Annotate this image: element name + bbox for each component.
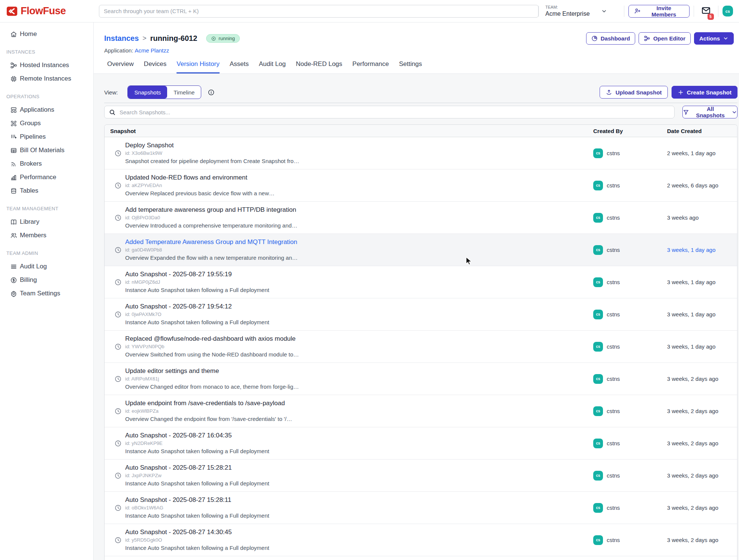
- snapshot-description: Overview Expanded the flow with a new te…: [125, 254, 298, 262]
- snapshot-row[interactable]: Auto Snapshot - 2025-08-27 14:30:45 id: …: [105, 524, 737, 556]
- date-created: 3 weeks, 2 days ago: [667, 395, 737, 427]
- breadcrumb: Instances > running-6012 running: [104, 34, 240, 43]
- status-text: running: [218, 36, 235, 41]
- snapshot-description: Snapshot created for pipeline deployment…: [125, 157, 299, 165]
- tab-performance[interactable]: Performance: [352, 60, 389, 73]
- sidebar-item-hosted-instances[interactable]: Hosted Instances: [0, 58, 93, 72]
- library-icon: [10, 219, 17, 226]
- snapshot-row[interactable]: Deploy Snapshot id: X3o6Bw1k9W Snapshot …: [105, 137, 737, 169]
- sidebar-item-groups[interactable]: Groups: [0, 117, 93, 130]
- view-label: View:: [104, 89, 118, 96]
- snapshot-title[interactable]: Update editor settings and theme: [125, 367, 299, 375]
- created-by-name: cstns: [607, 472, 620, 479]
- sidebar-item-library[interactable]: Library: [0, 215, 93, 229]
- snapshot-title[interactable]: Replaced @flowfuse/node-red-dashboard wi…: [125, 335, 299, 343]
- snapshot-search-input[interactable]: [104, 106, 675, 118]
- created-by-name: cstns: [607, 408, 620, 414]
- sidebar-item-team-settings[interactable]: Team Settings: [0, 287, 93, 300]
- sidebar-item-label: Tables: [20, 187, 38, 195]
- snapshot-row[interactable]: Update editor settings and theme id: AlR…: [105, 363, 737, 395]
- sidebar-item-performance[interactable]: Performance: [0, 171, 93, 184]
- clock-icon: [114, 375, 122, 383]
- notifications-button[interactable]: 5: [701, 6, 711, 17]
- sidebar-item-members[interactable]: Members: [0, 229, 93, 242]
- search-icon: [109, 109, 116, 116]
- clock-icon: [114, 214, 122, 222]
- tab-node-red-logs[interactable]: Node-RED Logs: [296, 60, 343, 73]
- snapshot-title[interactable]: Update endpoint from /save-credentials t…: [125, 399, 292, 407]
- sidebar-item-billing[interactable]: Billing: [0, 273, 93, 287]
- snapshot-title[interactable]: Updated Node-RED flows and environment: [125, 174, 275, 181]
- snapshot-row[interactable]: Add HTTP endpoint for saving credentials…: [105, 556, 737, 560]
- sidebar-item-remote-instances[interactable]: Remote Instances: [0, 72, 93, 85]
- performance-icon: [10, 174, 17, 181]
- snapshot-row[interactable]: Auto Snapshot - 2025-08-27 16:04:35 id: …: [105, 427, 737, 460]
- tab-overview[interactable]: Overview: [107, 60, 134, 73]
- snapshot-title[interactable]: Auto Snapshot - 2025-08-27 15:28:21: [125, 464, 269, 472]
- tab-version-history[interactable]: Version History: [177, 60, 219, 73]
- dashboard-button[interactable]: Dashboard: [586, 32, 635, 45]
- snapshot-title[interactable]: Auto Snapshot - 2025-08-27 16:04:35: [125, 431, 269, 439]
- create-snapshot-button[interactable]: Create Snapshot: [672, 86, 738, 99]
- info-icon[interactable]: [208, 89, 215, 96]
- upload-snapshot-label: Upload Snapshot: [615, 89, 661, 96]
- snapshot-title[interactable]: Added Temperature Awareness Group and MQ…: [125, 238, 298, 246]
- snapshot-description: Instance Auto Snapshot taken following a…: [125, 544, 269, 552]
- snapshot-filter-dropdown[interactable]: All Snapshots: [682, 106, 738, 118]
- sidebar-item-bill-of-materials[interactable]: Bill Of Materials: [0, 144, 93, 157]
- flowfuse-logo-icon: [6, 6, 18, 17]
- sidebar-item-home[interactable]: Home: [0, 27, 93, 41]
- pie-chart-icon: [591, 35, 598, 42]
- snapshot-row[interactable]: Auto Snapshot - 2025-08-27 19:55:19 id: …: [105, 266, 737, 298]
- date-created: 3 weeks, 1 day ago: [667, 234, 737, 266]
- divider: [718, 6, 718, 17]
- snapshot-row[interactable]: Auto Snapshot - 2025-08-27 19:54:12 id: …: [105, 298, 737, 331]
- sidebar-item-pipelines[interactable]: Pipelines: [0, 130, 93, 144]
- snapshot-id: id: aKZPYvEDAn: [125, 182, 275, 189]
- created-by-name: cstns: [607, 247, 620, 253]
- invite-members-button[interactable]: Invite Members: [628, 5, 689, 18]
- created-by-name: cstns: [607, 343, 620, 350]
- sidebar-item-brokers[interactable]: Brokers: [0, 157, 93, 171]
- actions-button[interactable]: Actions: [694, 32, 734, 45]
- team-selector[interactable]: TEAM: Acme Enterprise: [543, 4, 620, 18]
- sidebar-item-audit-log[interactable]: Audit Log: [0, 260, 93, 273]
- app-root: FlowFuse TEAM: Acme Enterprise Invite Me…: [0, 0, 739, 560]
- topbar-right: TEAM: Acme Enterprise Invite Members: [539, 4, 733, 18]
- team-settings-icon: [10, 290, 17, 297]
- divider: [694, 6, 694, 17]
- tab-settings[interactable]: Settings: [399, 60, 422, 73]
- application-link[interactable]: Acme Plantzz: [135, 47, 169, 54]
- snapshot-title[interactable]: Auto Snapshot - 2025-08-27 19:55:19: [125, 270, 269, 278]
- tab-assets[interactable]: Assets: [230, 60, 249, 73]
- view-option-timeline[interactable]: Timeline: [167, 86, 201, 99]
- tab-audit-log[interactable]: Audit Log: [259, 60, 286, 73]
- snapshot-row[interactable]: Added Temperature Awareness Group and MQ…: [105, 234, 737, 266]
- snapshot-title[interactable]: Auto Snapshot - 2025-08-27 19:54:12: [125, 302, 269, 310]
- sidebar-item-applications[interactable]: Applications: [0, 103, 93, 117]
- snapshot-row[interactable]: Updated Node-RED flows and environment i…: [105, 169, 737, 202]
- breadcrumb-instances-link[interactable]: Instances: [104, 34, 139, 43]
- status-running-icon: [211, 36, 216, 41]
- snapshot-row[interactable]: Update endpoint from /save-credentials t…: [105, 395, 737, 427]
- view-option-snapshots[interactable]: Snapshots: [128, 86, 167, 99]
- snapshot-row[interactable]: Add temperature awareness group and HTTP…: [105, 202, 737, 234]
- sidebar-item-tables[interactable]: Tables: [0, 184, 93, 198]
- snapshot-row[interactable]: Auto Snapshot - 2025-08-27 15:28:11 id: …: [105, 492, 737, 524]
- upload-snapshot-button[interactable]: Upload Snapshot: [600, 86, 667, 99]
- snapshot-row[interactable]: Auto Snapshot - 2025-08-27 15:28:21 id: …: [105, 460, 737, 492]
- snapshot-title[interactable]: Deploy Snapshot: [125, 141, 299, 149]
- snapshot-row[interactable]: Replaced @flowfuse/node-red-dashboard wi…: [105, 331, 737, 363]
- snapshot-title[interactable]: Add temperature awareness group and HTTP…: [125, 206, 297, 214]
- global-search-input[interactable]: [99, 5, 539, 18]
- snapshot-title[interactable]: Auto Snapshot - 2025-08-27 15:28:11: [125, 496, 269, 504]
- open-editor-button[interactable]: Open Editor: [639, 32, 691, 45]
- sidebar-item-label: Team Settings: [20, 290, 60, 297]
- user-avatar[interactable]: cs: [723, 6, 733, 16]
- avatar: cs: [593, 181, 603, 190]
- snapshot-description: Instance Auto Snapshot taken following a…: [125, 448, 269, 455]
- snapshot-title[interactable]: Auto Snapshot - 2025-08-27 14:30:45: [125, 528, 269, 536]
- flowfuse-logo[interactable]: FlowFuse: [6, 5, 94, 17]
- snapshot-description: Overview Changed the endpoint flow from …: [125, 415, 292, 423]
- tab-devices[interactable]: Devices: [144, 60, 166, 73]
